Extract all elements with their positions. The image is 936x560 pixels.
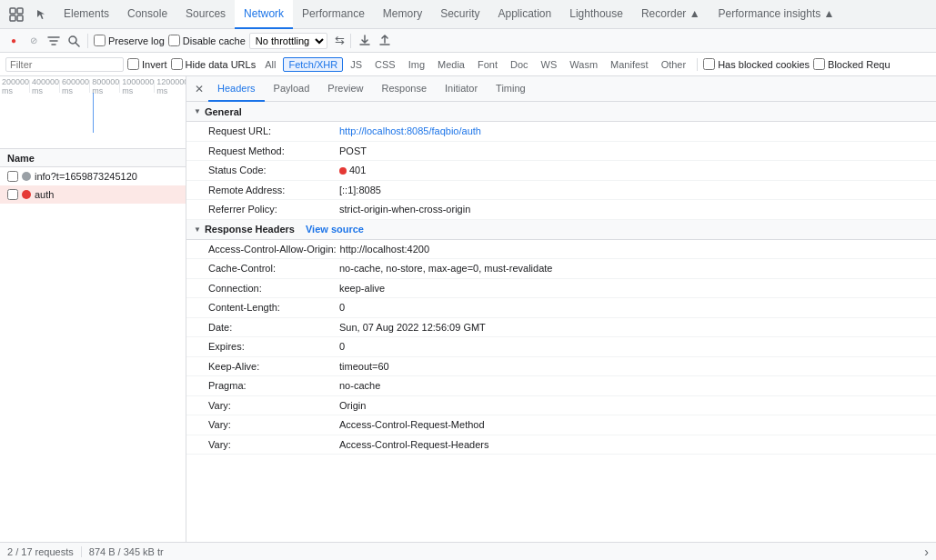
timeline-tick: 600000 ms: [59, 80, 89, 93]
detail-tab-payload[interactable]: Payload: [265, 76, 319, 102]
request-list: info?t=1659873245120 auth: [0, 167, 186, 204]
tab-recorder-▲[interactable]: Recorder ▲: [632, 0, 710, 29]
has-blocked-cookies-label: Has blocked cookies: [718, 59, 810, 70]
tab-performance[interactable]: Performance: [293, 0, 374, 29]
detail-tab-headers[interactable]: Headers: [208, 76, 265, 102]
remote-address-value: [::1]:8085: [339, 183, 381, 198]
response-header-value: no-cache, no-store, max-age=0, must-reva…: [339, 261, 552, 276]
list-item[interactable]: info?t=1659873245120: [0, 167, 186, 185]
blocked-req-label: Blocked Requ: [828, 59, 891, 70]
response-header-key: Pragma:: [208, 378, 336, 394]
search-icon[interactable]: [65, 33, 82, 49]
requests-count: 2 / 17 requests: [7, 546, 74, 557]
response-headers-section-header[interactable]: ▼ Response Headers View source: [186, 220, 936, 240]
preserve-log-checkbox[interactable]: Preserve log: [94, 35, 165, 46]
close-detail-button[interactable]: ✕: [190, 80, 208, 98]
invert-checkbox[interactable]: Invert: [127, 58, 167, 70]
detail-tab-response[interactable]: Response: [372, 76, 436, 102]
filter-type-font[interactable]: Font: [472, 57, 503, 72]
filter-type-fetch/xhr[interactable]: Fetch/XHR: [283, 57, 343, 72]
disable-cache-label: Disable cache: [183, 35, 246, 46]
invert-input[interactable]: [127, 58, 139, 70]
devtools-cursor-icon[interactable]: [29, 2, 55, 27]
filter-sep: [697, 58, 698, 71]
blocked-req-input[interactable]: [813, 58, 825, 70]
svg-rect-3: [17, 15, 23, 21]
list-item[interactable]: auth: [0, 185, 186, 204]
hide-data-urls-input[interactable]: [171, 58, 183, 70]
throttle-select[interactable]: No throttling Fast 3G Slow 3G Offline: [249, 33, 327, 49]
filter-input[interactable]: [5, 57, 124, 72]
request-url-value: http://localhost:8085/faqbio/auth: [339, 124, 481, 139]
response-header-key: Connection:: [208, 281, 336, 296]
filter-type-all[interactable]: All: [259, 57, 281, 72]
filter-type-css[interactable]: CSS: [369, 57, 401, 72]
detail-tab-initiator[interactable]: Initiator: [436, 76, 487, 102]
remote-address-key: Remote Address:: [208, 183, 336, 198]
export-har-button[interactable]: [377, 33, 393, 49]
response-header-row: Cache-Control: no-cache, no-store, max-a…: [186, 259, 936, 279]
filter-type-manifest[interactable]: Manifest: [605, 57, 654, 72]
svg-rect-1: [17, 8, 23, 14]
tab-security[interactable]: Security: [431, 0, 488, 29]
response-header-value: 0: [339, 339, 345, 355]
response-headers-list: Access-Control-Allow-Origin: http://loca…: [186, 240, 936, 455]
filter-icon[interactable]: [45, 33, 62, 49]
transfer-size: 874 B / 345 kB tr: [89, 546, 164, 557]
request-checkbox[interactable]: [7, 189, 18, 200]
filter-type-js[interactable]: JS: [345, 57, 367, 72]
detail-tab-preview[interactable]: Preview: [318, 76, 372, 102]
general-section-label: General: [205, 106, 242, 117]
response-header-value: Access-Control-Request-Method: [339, 417, 485, 433]
request-checkbox[interactable]: [7, 171, 18, 182]
detail-content: ▼ General Request URL: http://localhost:…: [186, 102, 936, 542]
filter-type-img[interactable]: Img: [403, 57, 430, 72]
filter-bar: Invert Hide data URLs AllFetch/XHRJSCSSI…: [0, 53, 936, 76]
stop-button[interactable]: ⊘: [25, 33, 42, 49]
response-header-value: timeout=60: [339, 359, 389, 375]
response-header-key: Expires:: [208, 339, 336, 355]
timeline-tick: 800000 ms: [89, 80, 119, 93]
tab-application[interactable]: Application: [489, 0, 561, 29]
filter-type-other[interactable]: Other: [656, 57, 692, 72]
tab-console[interactable]: Console: [118, 0, 176, 29]
response-headers-section-label: Response Headers: [205, 224, 295, 235]
tab-lighthouse[interactable]: Lighthouse: [560, 0, 632, 29]
view-source-link[interactable]: View source: [306, 224, 364, 235]
referrer-policy-value: strict-origin-when-cross-origin: [339, 202, 470, 217]
detail-tab-timing[interactable]: Timing: [487, 76, 535, 102]
response-header-row: Vary: Access-Control-Request-Method: [186, 415, 936, 435]
timeline-tick: 400000 ms: [29, 80, 59, 93]
detail-panel: ✕ HeadersPayloadPreviewResponseInitiator…: [186, 76, 936, 542]
response-header-row: Content-Length: 0: [186, 298, 936, 318]
blocked-req-checkbox[interactable]: Blocked Requ: [813, 58, 891, 70]
tab-memory[interactable]: Memory: [374, 0, 431, 29]
response-header-row: Keep-Alive: timeout=60: [186, 357, 936, 377]
import-har-button[interactable]: [357, 33, 373, 49]
filter-type-wasm[interactable]: Wasm: [564, 57, 603, 72]
toolbar-sep-1: [87, 34, 88, 48]
tab-elements[interactable]: Elements: [55, 0, 118, 29]
timeline-tick: 200000 ms: [0, 80, 29, 93]
hide-data-urls-checkbox[interactable]: Hide data URLs: [171, 58, 257, 70]
status-divider: [81, 546, 82, 557]
preserve-log-input[interactable]: [94, 35, 106, 46]
tab-sources[interactable]: Sources: [176, 0, 235, 29]
request-name: auth: [35, 189, 54, 200]
tab-performance-insights-▲[interactable]: Performance insights ▲: [710, 0, 844, 29]
has-blocked-cookies-checkbox[interactable]: Has blocked cookies: [703, 58, 810, 70]
has-blocked-cookies-input[interactable]: [703, 58, 715, 70]
status-code-value: 401: [339, 163, 366, 178]
tab-network[interactable]: Network: [235, 0, 293, 29]
filter-type-doc[interactable]: Doc: [505, 57, 534, 72]
wifi-icon: ⇆: [335, 34, 345, 47]
response-header-value: Origin: [339, 398, 366, 414]
referrer-policy-key: Referrer Policy:: [208, 202, 336, 217]
filter-type-media[interactable]: Media: [432, 57, 470, 72]
disable-cache-input[interactable]: [168, 35, 180, 46]
response-header-value: Sun, 07 Aug 2022 12:56:09 GMT: [339, 320, 486, 335]
disable-cache-checkbox[interactable]: Disable cache: [168, 35, 246, 46]
general-section-header[interactable]: ▼ General: [186, 102, 936, 122]
record-button[interactable]: ●: [5, 33, 22, 49]
filter-type-ws[interactable]: WS: [536, 57, 563, 72]
